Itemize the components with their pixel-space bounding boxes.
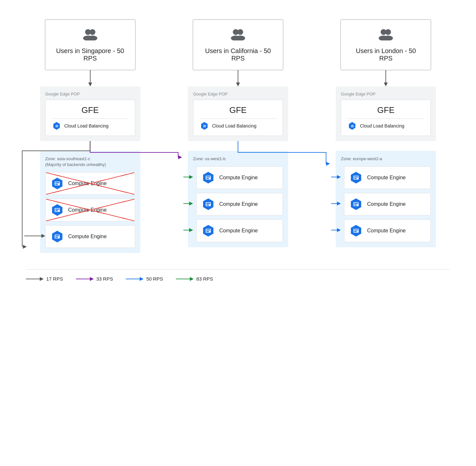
lb-label-california: Cloud Load Balancing bbox=[212, 123, 256, 128]
ce-icon-california-3 bbox=[202, 224, 215, 237]
svg-rect-47 bbox=[206, 231, 209, 232]
svg-rect-35 bbox=[206, 178, 209, 179]
ce-box-singapore-1: Compute Engine bbox=[45, 172, 135, 195]
lb-icon-singapore: ⚖ bbox=[52, 121, 61, 130]
zone-label-singapore: Zone: asia-southeast1-c (Majority of bac… bbox=[45, 156, 135, 168]
svg-rect-11 bbox=[55, 184, 58, 185]
gfe-title-london: GFE bbox=[348, 105, 424, 115]
ce-icon-singapore-2 bbox=[51, 204, 64, 216]
ce-box-california-1: Compute Engine bbox=[196, 166, 283, 189]
ce-label-london-3: Compute Engine bbox=[367, 228, 406, 234]
svg-rect-59 bbox=[353, 176, 359, 180]
svg-point-1 bbox=[90, 29, 95, 35]
legend-label-17rps: 17 RPS bbox=[46, 276, 63, 282]
users-icon-california bbox=[230, 28, 246, 43]
svg-marker-31 bbox=[189, 175, 193, 179]
svg-point-23 bbox=[237, 29, 243, 35]
left-arrow-indicator bbox=[21, 233, 45, 240]
legend-item-17rps: 17 RPS bbox=[26, 276, 63, 282]
user-label-london: Users in London - 50 RPS bbox=[351, 47, 420, 62]
svg-marker-81 bbox=[190, 277, 194, 281]
svg-rect-20 bbox=[55, 235, 59, 236]
ce-label-california-2: Compute Engine bbox=[219, 201, 258, 207]
user-box-london: Users in London - 50 RPS bbox=[341, 19, 431, 70]
svg-rect-33 bbox=[206, 176, 211, 180]
legend-arrow-green bbox=[176, 276, 194, 282]
ce-icon-california-2 bbox=[202, 198, 215, 211]
svg-marker-27 bbox=[236, 83, 240, 86]
blue-arrow-3 bbox=[331, 227, 341, 235]
edge-pop-label-singapore: Google Edge POP bbox=[45, 92, 135, 96]
edge-pop-singapore: Google Edge POP GFE ⚖ Cloud Load Balanci… bbox=[40, 86, 140, 141]
column-california: Users in California - 50 RPS Google Edge… bbox=[174, 19, 302, 247]
svg-rect-34 bbox=[206, 176, 210, 177]
gfe-service-london: ⚖ Cloud Load Balancing bbox=[348, 121, 424, 130]
green-arrow-2 bbox=[183, 200, 193, 208]
user-box-singapore: Users in Singapore - 50 RPS bbox=[45, 19, 135, 70]
ce-label-singapore-3: Compute Engine bbox=[68, 234, 107, 239]
legend-item-33rps: 33 RPS bbox=[76, 276, 113, 282]
edge-pop-label-california: Google Edge POP bbox=[193, 92, 283, 96]
ce-icon-london-1 bbox=[350, 171, 362, 184]
users-icon-singapore bbox=[82, 28, 98, 43]
svg-rect-61 bbox=[354, 178, 357, 179]
edge-pop-london: Google Edge POP GFE ⚖ Cloud Load Balanci… bbox=[336, 86, 436, 141]
svg-marker-5 bbox=[88, 83, 92, 86]
svg-text:⚖: ⚖ bbox=[55, 124, 58, 128]
svg-rect-40 bbox=[206, 203, 210, 204]
svg-rect-72 bbox=[354, 229, 358, 230]
svg-text:⚖: ⚖ bbox=[203, 124, 206, 128]
svg-rect-67 bbox=[354, 205, 357, 205]
svg-rect-14 bbox=[55, 209, 59, 210]
gfe-box-california: GFE ⚖ Cloud Load Balancing bbox=[193, 100, 283, 136]
lb-icon-london: ⚖ bbox=[348, 121, 357, 130]
ce-box-singapore-3: Compute Engine bbox=[45, 225, 135, 248]
zone-singapore: Zone: asia-southeast1-c (Majority of bac… bbox=[40, 151, 140, 253]
ce-label-california-3: Compute Engine bbox=[219, 228, 258, 234]
ce-box-london-1: Compute Engine bbox=[344, 166, 431, 189]
svg-point-49 bbox=[385, 29, 391, 35]
ce-row-california-3: Compute Engine bbox=[193, 219, 283, 242]
svg-rect-41 bbox=[206, 205, 209, 205]
svg-text:⚖: ⚖ bbox=[351, 124, 354, 128]
svg-rect-9 bbox=[55, 182, 60, 185]
svg-marker-63 bbox=[337, 202, 341, 205]
ce-label-california-1: Compute Engine bbox=[219, 175, 258, 181]
blue-arrow-2 bbox=[331, 200, 341, 208]
svg-marker-79 bbox=[140, 277, 144, 281]
lb-icon-california: ⚖ bbox=[200, 121, 209, 130]
ce-label-singapore-2: Compute Engine bbox=[68, 207, 107, 213]
svg-rect-15 bbox=[55, 210, 58, 211]
ce-icon-singapore-3 bbox=[51, 230, 64, 243]
zone-label-london: Zone: europe-west2-a bbox=[341, 156, 431, 162]
ce-row-london-1: Compute Engine bbox=[341, 166, 431, 189]
edge-pop-label-london: Google Edge POP bbox=[341, 92, 431, 96]
svg-rect-19 bbox=[55, 235, 60, 239]
legend-label-33rps: 33 RPS bbox=[96, 276, 113, 282]
arrow-london-to-pop bbox=[322, 70, 450, 86]
green-arrow-3 bbox=[183, 227, 193, 235]
ce-icon-london-3 bbox=[350, 224, 362, 237]
ce-label-london-1: Compute Engine bbox=[367, 175, 406, 181]
svg-rect-60 bbox=[354, 176, 358, 177]
svg-rect-21 bbox=[55, 237, 58, 238]
ce-icon-california-1 bbox=[202, 171, 215, 184]
svg-rect-46 bbox=[206, 229, 210, 230]
legend-item-83rps: 83 RPS bbox=[176, 276, 213, 282]
svg-marker-57 bbox=[337, 175, 341, 179]
user-label-singapore: Users in Singapore - 50 RPS bbox=[56, 47, 125, 62]
ce-box-singapore-2: Compute Engine bbox=[45, 199, 135, 221]
svg-marker-43 bbox=[189, 228, 193, 232]
zone-london: Zone: europe-west2-a bbox=[336, 151, 436, 247]
svg-marker-37 bbox=[189, 202, 193, 205]
svg-rect-73 bbox=[354, 231, 357, 232]
column-singapore: Users in Singapore - 50 RPS Google Edge … bbox=[26, 19, 154, 253]
blue-arrow-1 bbox=[331, 174, 341, 182]
svg-marker-77 bbox=[90, 277, 94, 281]
legend-arrow-black bbox=[26, 276, 44, 282]
svg-marker-53 bbox=[384, 83, 388, 86]
column-london: Users in London - 50 RPS Google Edge POP… bbox=[322, 19, 450, 247]
user-box-california: Users in California - 50 RPS bbox=[193, 19, 283, 70]
svg-rect-13 bbox=[55, 208, 60, 212]
ce-label-london-2: Compute Engine bbox=[367, 201, 406, 207]
